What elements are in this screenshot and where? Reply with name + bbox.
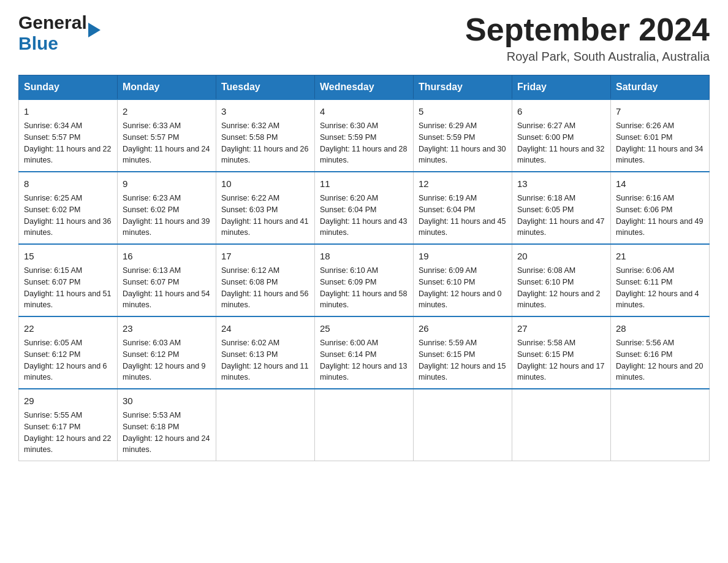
day-number: 8 [24,177,112,190]
day-number: 23 [123,322,211,335]
day-number: 6 [517,105,605,118]
calendar-cell: 3Sunrise: 6:32 AMSunset: 5:58 PMDaylight… [216,99,315,172]
day-info: Sunrise: 6:03 AMSunset: 6:12 PMDaylight:… [123,339,206,381]
day-info: Sunrise: 5:53 AMSunset: 6:18 PMDaylight:… [123,411,210,454]
page-subtitle: Royal Park, South Australia, Australia [465,50,710,64]
calendar-cell: 14Sunrise: 6:16 AMSunset: 6:06 PMDayligh… [611,172,710,244]
calendar-cell: 20Sunrise: 6:08 AMSunset: 6:10 PMDayligh… [512,244,611,316]
calendar-cell: 5Sunrise: 6:29 AMSunset: 5:59 PMDaylight… [414,99,512,172]
day-number: 26 [419,322,507,335]
calendar-cell: 1Sunrise: 6:34 AMSunset: 5:57 PMDaylight… [19,99,118,172]
day-info: Sunrise: 6:23 AMSunset: 6:02 PMDaylight:… [123,194,210,237]
day-number: 12 [419,177,507,190]
day-header-saturday: Saturday [611,75,710,100]
day-number: 7 [616,105,704,118]
day-number: 19 [419,250,507,262]
day-info: Sunrise: 6:16 AMSunset: 6:06 PMDaylight:… [616,194,703,237]
day-number: 24 [221,322,309,335]
calendar-cell [512,389,611,461]
calendar-cell: 7Sunrise: 6:26 AMSunset: 6:01 PMDaylight… [611,99,710,172]
day-header-friday: Friday [512,75,611,100]
day-info: Sunrise: 6:12 AMSunset: 6:08 PMDaylight:… [221,266,308,309]
day-info: Sunrise: 5:55 AMSunset: 6:17 PMDaylight:… [24,411,111,454]
svg-marker-0 [88,23,100,37]
calendar-cell: 25Sunrise: 6:00 AMSunset: 6:14 PMDayligh… [315,316,414,389]
logo: General Blue [18,12,88,54]
calendar-cell: 12Sunrise: 6:19 AMSunset: 6:04 PMDayligh… [414,172,512,244]
calendar-cell [611,389,710,461]
calendar-cell: 30Sunrise: 5:53 AMSunset: 6:18 PMDayligh… [118,389,216,461]
day-info: Sunrise: 6:33 AMSunset: 5:57 PMDaylight:… [123,121,210,164]
day-info: Sunrise: 6:25 AMSunset: 6:02 PMDaylight:… [24,194,111,237]
calendar-week-row: 8Sunrise: 6:25 AMSunset: 6:02 PMDaylight… [19,172,710,244]
calendar-cell: 26Sunrise: 5:59 AMSunset: 6:15 PMDayligh… [414,316,512,389]
day-info: Sunrise: 6:00 AMSunset: 6:14 PMDaylight:… [320,339,407,381]
calendar-cell: 16Sunrise: 6:13 AMSunset: 6:07 PMDayligh… [118,244,216,316]
calendar-header-row: SundayMondayTuesdayWednesdayThursdayFrid… [19,75,710,100]
day-info: Sunrise: 6:29 AMSunset: 5:59 PMDaylight:… [419,121,506,164]
calendar-cell: 2Sunrise: 6:33 AMSunset: 5:57 PMDaylight… [118,99,216,172]
day-info: Sunrise: 6:18 AMSunset: 6:05 PMDaylight:… [517,194,604,237]
title-area: September 2024 Royal Park, South Austral… [465,12,710,64]
day-info: Sunrise: 6:06 AMSunset: 6:11 PMDaylight:… [616,266,699,309]
day-number: 21 [616,250,704,262]
day-info: Sunrise: 6:13 AMSunset: 6:07 PMDaylight:… [123,266,210,309]
calendar-week-row: 22Sunrise: 6:05 AMSunset: 6:12 PMDayligh… [19,316,710,389]
day-number: 20 [517,250,605,262]
calendar-week-row: 15Sunrise: 6:15 AMSunset: 6:07 PMDayligh… [19,244,710,316]
day-info: Sunrise: 6:22 AMSunset: 6:03 PMDaylight:… [221,194,308,237]
day-number: 3 [221,105,309,118]
day-number: 22 [24,322,112,335]
calendar-table: SundayMondayTuesdayWednesdayThursdayFrid… [18,75,710,461]
day-header-sunday: Sunday [19,75,118,100]
day-number: 30 [123,394,211,407]
day-header-monday: Monday [118,75,216,100]
calendar-cell: 18Sunrise: 6:10 AMSunset: 6:09 PMDayligh… [315,244,414,316]
day-info: Sunrise: 6:34 AMSunset: 5:57 PMDaylight:… [24,121,111,164]
calendar-cell: 23Sunrise: 6:03 AMSunset: 6:12 PMDayligh… [118,316,216,389]
calendar-cell: 28Sunrise: 5:56 AMSunset: 6:16 PMDayligh… [611,316,710,389]
day-info: Sunrise: 6:32 AMSunset: 5:58 PMDaylight:… [221,121,308,164]
day-number: 1 [24,105,112,118]
calendar-cell: 4Sunrise: 6:30 AMSunset: 5:59 PMDaylight… [315,99,414,172]
day-number: 2 [123,105,211,118]
calendar-cell: 9Sunrise: 6:23 AMSunset: 6:02 PMDaylight… [118,172,216,244]
day-number: 28 [616,322,704,335]
day-info: Sunrise: 5:58 AMSunset: 6:15 PMDaylight:… [517,339,604,381]
calendar-cell: 8Sunrise: 6:25 AMSunset: 6:02 PMDaylight… [19,172,118,244]
calendar-cell: 17Sunrise: 6:12 AMSunset: 6:08 PMDayligh… [216,244,315,316]
day-number: 25 [320,322,408,335]
day-number: 17 [221,250,309,262]
calendar-week-row: 1Sunrise: 6:34 AMSunset: 5:57 PMDaylight… [19,99,710,172]
day-header-tuesday: Tuesday [216,75,315,100]
calendar-cell [414,389,512,461]
day-info: Sunrise: 6:20 AMSunset: 6:04 PMDaylight:… [320,194,407,237]
page-header: General Blue September 2024 Royal Park, … [18,12,710,64]
page-title: September 2024 [465,12,710,47]
calendar-week-row: 29Sunrise: 5:55 AMSunset: 6:17 PMDayligh… [19,389,710,461]
day-number: 16 [123,250,211,262]
day-info: Sunrise: 5:56 AMSunset: 6:16 PMDaylight:… [616,339,703,381]
day-number: 29 [24,394,112,407]
day-header-wednesday: Wednesday [315,75,414,100]
calendar-cell: 6Sunrise: 6:27 AMSunset: 6:00 PMDaylight… [512,99,611,172]
day-info: Sunrise: 6:05 AMSunset: 6:12 PMDaylight:… [24,339,107,381]
day-header-thursday: Thursday [414,75,512,100]
day-number: 13 [517,177,605,190]
day-number: 11 [320,177,408,190]
calendar-cell: 22Sunrise: 6:05 AMSunset: 6:12 PMDayligh… [19,316,118,389]
calendar-cell: 27Sunrise: 5:58 AMSunset: 6:15 PMDayligh… [512,316,611,389]
day-number: 14 [616,177,704,190]
calendar-cell: 15Sunrise: 6:15 AMSunset: 6:07 PMDayligh… [19,244,118,316]
day-number: 5 [419,105,507,118]
calendar-cell: 19Sunrise: 6:09 AMSunset: 6:10 PMDayligh… [414,244,512,316]
calendar-cell: 10Sunrise: 6:22 AMSunset: 6:03 PMDayligh… [216,172,315,244]
day-info: Sunrise: 6:26 AMSunset: 6:01 PMDaylight:… [616,121,703,164]
day-info: Sunrise: 6:19 AMSunset: 6:04 PMDaylight:… [419,194,506,237]
day-info: Sunrise: 6:30 AMSunset: 5:59 PMDaylight:… [320,121,407,164]
day-number: 9 [123,177,211,190]
day-number: 10 [221,177,309,190]
day-info: Sunrise: 6:27 AMSunset: 6:00 PMDaylight:… [517,121,604,164]
day-info: Sunrise: 6:15 AMSunset: 6:07 PMDaylight:… [24,266,111,309]
day-number: 15 [24,250,112,262]
